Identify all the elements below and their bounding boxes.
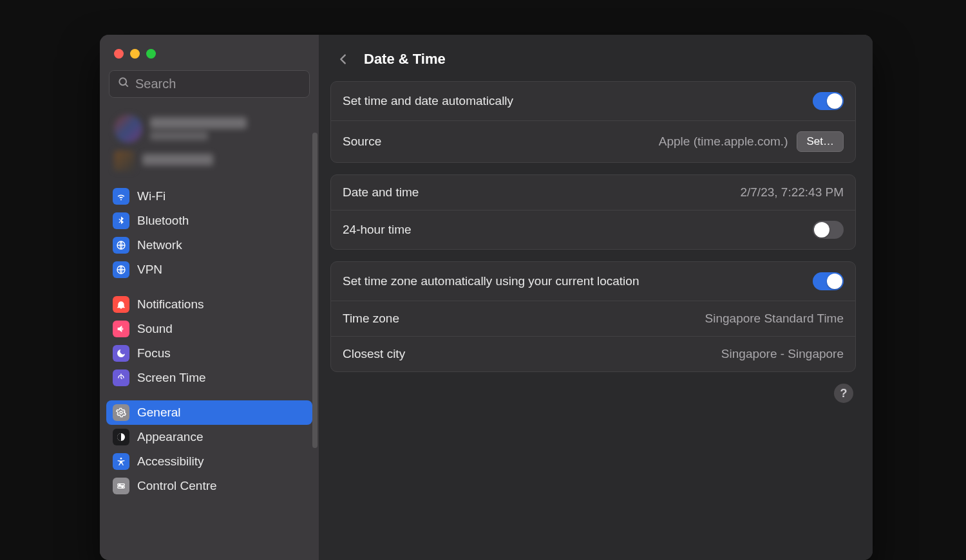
minimize-window-button[interactable] [130,49,140,59]
sidebar-item-label: Bluetooth [137,214,189,228]
sidebar-item-label: Wi-Fi [137,189,166,203]
24hour-toggle[interactable] [813,221,844,239]
accounts-section [100,107,319,180]
controlcentre-icon [113,478,129,494]
tz-auto-toggle[interactable] [813,272,844,290]
help-button[interactable]: ? [834,384,853,403]
sound-icon [113,321,129,337]
panel-timezone: Set time zone automatically using your c… [330,261,856,372]
avatar [114,115,142,143]
sidebar-item-label: Focus [137,346,171,360]
wifi-icon [113,188,129,205]
sidebar-item-label: General [137,406,181,420]
titlebar: Date & Time [330,45,856,81]
sidebar-item-network[interactable]: Network [106,233,312,257]
apple-id-account-row[interactable] [111,111,307,147]
focus-icon [113,345,129,362]
sidebar-item-controlcentre[interactable]: Control Centre [106,474,312,498]
set-auto-label: Set time and date automatically [343,94,513,108]
search-icon [117,76,130,92]
closest-city-value: Singapore - Singapore [721,347,844,361]
vpn-icon [113,261,129,278]
svg-point-10 [122,487,123,488]
sidebar-item-vpn[interactable]: VPN [106,257,312,282]
sidebar-item-sound[interactable]: Sound [106,317,312,341]
panel-auto-time: Set time and date automatically Source A… [330,81,856,163]
tz-value: Singapore Standard Time [705,312,844,326]
family-account-row[interactable] [111,147,307,175]
sidebar-item-label: Sound [137,322,173,336]
fullscreen-window-button[interactable] [146,49,156,59]
notifications-icon [113,296,129,313]
search-field[interactable] [109,70,310,98]
24hour-label: 24-hour time [343,223,412,237]
sidebar-item-focus[interactable]: Focus [106,341,312,366]
svg-line-1 [126,84,128,87]
sidebar-nav: Wi-FiBluetoothNetworkVPNNotificationsSou… [100,180,319,560]
bluetooth-icon [113,212,129,229]
page-title: Date & Time [364,51,446,68]
main-content: Date & Time Set time and date automatica… [319,35,873,560]
sidebar-item-appearance[interactable]: Appearance [106,425,312,449]
datetime-label: Date and time [343,185,419,200]
redacted-text [142,154,213,165]
sidebar-item-label: Screen Time [137,371,206,385]
accessibility-icon [113,453,129,470]
sidebar-item-label: Appearance [137,430,203,444]
window-controls [100,35,319,70]
tz-label: Time zone [343,312,399,326]
sidebar-item-general[interactable]: General [106,400,312,425]
svg-point-9 [119,484,120,485]
datetime-value: 2/7/23, 7:22:43 PM [740,185,844,200]
svg-point-6 [120,458,122,460]
redacted-text [150,117,247,129]
redacted-text [150,131,208,140]
appearance-icon [113,429,129,445]
sidebar-item-label: Accessibility [137,454,204,469]
svg-point-4 [120,411,122,414]
sidebar-item-label: Control Centre [137,479,217,493]
source-set-button[interactable]: Set… [797,131,844,152]
back-button[interactable] [334,50,352,68]
svg-rect-8 [118,487,125,489]
search-input[interactable] [135,77,301,91]
svg-rect-7 [118,484,125,486]
source-value: Apple (time.apple.com.) [659,135,788,149]
general-icon [113,404,129,421]
network-icon [113,237,129,254]
sidebar-scrollbar[interactable] [312,133,317,448]
source-label: Source [343,135,381,149]
set-auto-toggle[interactable] [813,92,844,110]
sidebar: Wi-FiBluetoothNetworkVPNNotificationsSou… [100,35,319,560]
sidebar-item-screentime[interactable]: Screen Time [106,366,312,390]
screentime-icon [113,369,129,386]
sidebar-item-wifi[interactable]: Wi-Fi [106,184,312,209]
settings-window: Wi-FiBluetoothNetworkVPNNotificationsSou… [100,35,873,560]
sidebar-item-label: VPN [137,263,162,277]
close-window-button[interactable] [114,49,124,59]
avatar [114,151,135,171]
sidebar-item-accessibility[interactable]: Accessibility [106,449,312,474]
sidebar-item-bluetooth[interactable]: Bluetooth [106,209,312,233]
tz-auto-label: Set time zone automatically using your c… [343,274,639,288]
panel-date-time: Date and time 2/7/23, 7:22:43 PM 24-hour… [330,174,856,250]
svg-point-0 [119,78,126,85]
sidebar-item-label: Notifications [137,297,204,312]
sidebar-item-label: Network [137,238,182,252]
sidebar-item-notifications[interactable]: Notifications [106,292,312,317]
closest-city-label: Closest city [343,347,405,361]
